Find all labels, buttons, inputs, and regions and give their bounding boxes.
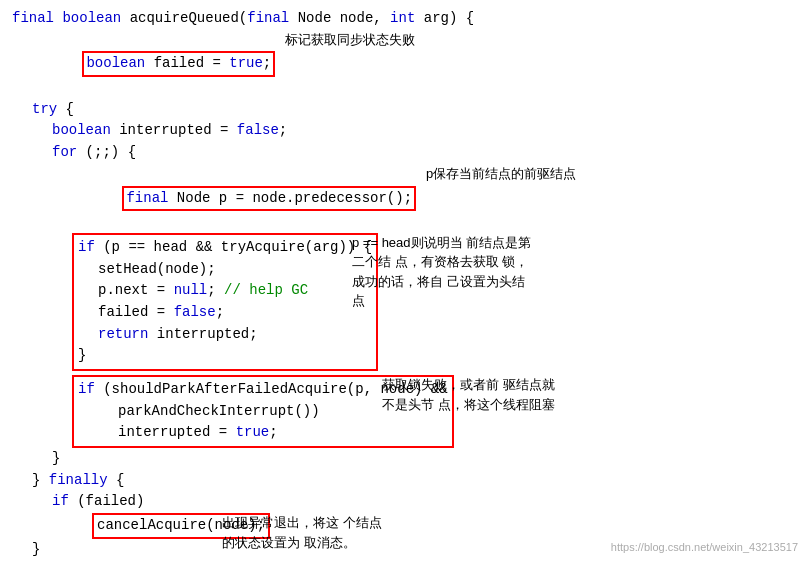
line-16: interrupted = true; [78, 422, 448, 444]
line-7: if (p == head && tryAcquire(arg)) { [78, 237, 372, 259]
code-text: for (;;) { [52, 142, 136, 164]
annotation-park: 获取锁失败，或者前 驱结点就不是头节 点，将这个线程阻塞 [382, 375, 567, 414]
code-text: p.next = null; // help GC [98, 280, 308, 302]
annotation-failed: 标记获取同步状态失败 [285, 30, 415, 50]
code-text: if (failed) [52, 491, 144, 513]
code-text: final boolean acquireQueued(final Node n… [12, 8, 474, 30]
code-text: } [32, 539, 40, 561]
line-2: boolean failed = true; 标记获取同步状态失败 [12, 30, 796, 99]
code-text: } finally { [32, 470, 124, 492]
highlight-failed: boolean failed = true; [82, 51, 275, 77]
line-1: final boolean acquireQueued(final Node n… [12, 8, 796, 30]
code-block: final boolean acquireQueued(final Node n… [0, 0, 808, 561]
line-12: } [78, 345, 372, 367]
line-4: boolean interrupted = false; [12, 120, 796, 142]
watermark: https://blog.csdn.net/weixin_43213517 [611, 541, 798, 553]
annotation-head: p == head则说明当 前结点是第二个结 点，有资格去获取 锁，成功的话，将… [352, 233, 537, 311]
highlight-if-head: if (p == head && tryAcquire(arg)) { setH… [72, 233, 378, 371]
code-text: try { [32, 99, 74, 121]
line-18: } finally { [12, 470, 796, 492]
code-text: interrupted = true; [118, 422, 278, 444]
code-text: parkAndCheckInterrupt()) [118, 401, 320, 423]
if-park-block: if (shouldParkAfterFailedAcquire(p, node… [12, 375, 796, 448]
highlight-predecessor: final Node p = node.predecessor(); [122, 186, 416, 212]
line-10: failed = false; [78, 302, 372, 324]
code-text: } [52, 448, 60, 470]
annotation-cancel: 出现异常退出，将这 个结点的状态设置为 取消态。 [222, 513, 392, 552]
code-text: } [78, 345, 86, 367]
line-19: if (failed) [12, 491, 796, 513]
code-text: final Node p = node.predecessor(); [72, 164, 416, 233]
if-head-block: if (p == head && tryAcquire(arg)) { setH… [12, 233, 796, 371]
line-8: setHead(node); [78, 259, 372, 281]
line-9: p.next = null; // help GC [78, 280, 372, 302]
line-5: for (;;) { [12, 142, 796, 164]
code-text: setHead(node); [98, 259, 216, 281]
code-text: return interrupted; [98, 324, 258, 346]
line-3: try { [12, 99, 796, 121]
annotation-predecessor: p保存当前结点的前驱结点 [426, 164, 576, 184]
line-6: final Node p = node.predecessor(); p保存当前… [12, 164, 796, 233]
line-17: } [12, 448, 796, 470]
code-text: if (p == head && tryAcquire(arg)) { [78, 237, 372, 259]
code-text: failed = false; [98, 302, 224, 324]
code-text: boolean failed = true; [32, 30, 275, 99]
cancel-block: cancelAcquire(node); 出现异常退出，将这 个结点的状态设置为… [12, 513, 796, 539]
line-11: return interrupted; [78, 324, 372, 346]
code-text: boolean interrupted = false; [52, 120, 287, 142]
